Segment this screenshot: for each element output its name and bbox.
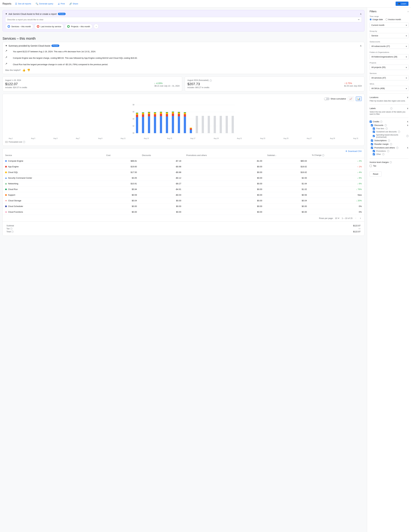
spending-based-item: Spending based discounts (contractual) ? bbox=[370, 133, 409, 139]
see-all-reports-button[interactable]: ☰ See all reports bbox=[13, 1, 33, 6]
subscriptions-checkbox[interactable] bbox=[371, 139, 373, 142]
other-help-icon[interactable]: ? bbox=[382, 153, 384, 155]
invoice-header: Invoice level charges ? bbox=[370, 160, 409, 164]
subtotal-cell: $0.00 bbox=[265, 209, 309, 215]
summary-card: ✦ Summary provided by Gemini Cloud Assis… bbox=[2, 42, 364, 74]
credits-section: Credits ? ∧ Discounts ? ∧ Free tiers ? S… bbox=[370, 120, 409, 156]
filters-collapse-button[interactable]: › bbox=[408, 10, 409, 13]
summary-collapse-button[interactable]: ∧ bbox=[360, 44, 362, 47]
subscriptions-help-icon[interactable]: ? bbox=[388, 139, 390, 142]
gcloud-services-icon bbox=[8, 25, 10, 28]
free-tiers-checkbox[interactable] bbox=[373, 127, 375, 130]
time-range-select[interactable]: Current month bbox=[370, 22, 409, 28]
svg-text:$2: $2 bbox=[133, 125, 135, 127]
table-row: Cloud Scheduler $0.00 $0.00 $0.00 $0.00 … bbox=[3, 203, 364, 209]
spending-based-help-icon[interactable]: ? bbox=[406, 135, 409, 137]
toggle-switch[interactable] bbox=[324, 97, 330, 100]
gemini-collapse-button[interactable]: ∧ bbox=[360, 12, 362, 15]
projects-group: Projects All projects (55) bbox=[370, 62, 409, 70]
promos-cell: $0.00 bbox=[184, 187, 265, 192]
quick-reports-next-button[interactable]: › bbox=[94, 24, 99, 29]
summary-header: ✦ Summary provided by Gemini Cloud Assis… bbox=[5, 44, 362, 47]
reset-button[interactable]: Reset bbox=[370, 171, 382, 177]
svg-rect-51 bbox=[184, 112, 186, 113]
subtotal-header[interactable]: Subtotal ↓ bbox=[265, 152, 309, 158]
usage-date-radio[interactable]: Usage date bbox=[370, 18, 383, 21]
tax-help-icon[interactable]: ? bbox=[10, 228, 12, 230]
labels-help-icon[interactable]: ? bbox=[390, 107, 392, 110]
quick-report-services[interactable]: Services – this month bbox=[5, 24, 33, 29]
group-by-wrap: Service bbox=[370, 33, 409, 38]
discounts-cell: $0.00 bbox=[140, 203, 184, 209]
free-tiers-help-icon[interactable]: ? bbox=[385, 127, 388, 130]
line-chart-button[interactable]: 📈 bbox=[348, 96, 354, 101]
show-cumulative-toggle[interactable]: Show cumulative bbox=[324, 97, 346, 100]
subaccounts-group: Subaccounts All subaccounts (27) bbox=[370, 41, 409, 49]
thumbs-down-button[interactable]: 👎 bbox=[27, 69, 30, 72]
quick-report-invoice[interactable]: Last invoice by service bbox=[35, 24, 64, 29]
prev-page-button[interactable]: ‹ bbox=[354, 216, 357, 220]
svg-rect-28 bbox=[154, 117, 156, 133]
group-by-select[interactable]: Service bbox=[370, 33, 409, 38]
pagination: Rows per page: 10 25 50 1 – 10 of 15 ‹ › bbox=[3, 215, 364, 221]
tax-filter-checkbox[interactable] bbox=[370, 165, 372, 167]
generate-query-button[interactable]: 🔍 Generate query bbox=[34, 1, 55, 6]
sustained-use-help-icon[interactable]: ? bbox=[398, 131, 400, 133]
bar-chart-button[interactable]: 📊 bbox=[356, 96, 362, 101]
labels-section: Labels ? ∨ Select the key and values of … bbox=[370, 106, 409, 115]
gemini-input[interactable] bbox=[7, 19, 358, 21]
promotions-others-item: Promotions and others ? ∧ bbox=[370, 146, 409, 150]
skus-select[interactable]: All SKUs (408) bbox=[370, 86, 409, 91]
credits-help-icon[interactable]: ? bbox=[380, 121, 382, 123]
reseller-margin-checkbox[interactable] bbox=[371, 143, 373, 145]
svg-point-1 bbox=[8, 26, 9, 27]
invoice-month-radio[interactable]: Invoice month bbox=[385, 18, 401, 21]
service-name-cell: Cloud Run bbox=[3, 187, 104, 192]
skus-group: SKUs All SKUs (408) bbox=[370, 83, 409, 91]
summary-gemini-icon: ✦ bbox=[5, 44, 7, 47]
discounts-checkbox[interactable] bbox=[371, 124, 373, 126]
rows-per-page-select[interactable]: 10 25 50 bbox=[334, 217, 340, 219]
promos-help-icon[interactable]: ? bbox=[396, 147, 398, 149]
credits-header[interactable]: Credits ? ∧ bbox=[370, 120, 409, 124]
promotions-others-checkbox[interactable] bbox=[371, 147, 373, 149]
invoice-charges-help-icon[interactable]: ? bbox=[390, 161, 392, 163]
services-select[interactable]: All services (47) bbox=[370, 75, 409, 80]
table-row: Cloud SQL $17.50 -$0.88 $0.00 $16.62 ↓ 4… bbox=[3, 170, 364, 175]
locations-header[interactable]: Locations ∨ bbox=[370, 95, 409, 99]
promos-cell: $0.00 bbox=[184, 181, 265, 187]
forecasted-legend-box bbox=[5, 141, 8, 143]
quick-report-projects[interactable]: Projects – this month bbox=[65, 24, 92, 29]
forecasted-help-icon[interactable]: ? bbox=[210, 79, 212, 82]
spending-based-checkbox[interactable] bbox=[373, 135, 375, 137]
change-help-icon[interactable]: ? bbox=[322, 154, 324, 156]
promos-cell: $0.00 bbox=[184, 164, 265, 170]
svg-rect-27 bbox=[148, 112, 150, 113]
discounts-help-icon[interactable]: ? bbox=[384, 124, 387, 126]
folders-select[interactable]: All folders/organizations (28) bbox=[370, 54, 409, 59]
credits-checkbox[interactable] bbox=[370, 121, 372, 123]
forecasted-legend-help[interactable]: ? bbox=[23, 141, 25, 143]
promotions-sub-help-icon[interactable]: ? bbox=[387, 150, 389, 152]
svg-rect-49 bbox=[184, 114, 186, 117]
print-button[interactable]: 🖨 Print bbox=[56, 1, 67, 6]
download-csv-button[interactable]: ⬇ Download CSV bbox=[346, 150, 362, 152]
table-row: Security Command Center $3.05 -$0.12 $0.… bbox=[3, 175, 364, 181]
labels-header[interactable]: Labels ? ∨ bbox=[370, 106, 409, 110]
next-page-button[interactable]: › bbox=[359, 216, 362, 220]
page-title: Services – this month bbox=[0, 34, 367, 42]
projects-select[interactable]: All projects (55) bbox=[370, 65, 409, 70]
up-arrow-icon: ↑ bbox=[344, 82, 346, 85]
thumbs-up-button[interactable]: 👍 bbox=[22, 69, 26, 72]
svg-text:$6: $6 bbox=[133, 111, 135, 113]
total-help-icon[interactable]: ? bbox=[11, 231, 14, 233]
learn-button[interactable]: 🎓 Learn bbox=[396, 1, 409, 6]
svg-rect-59 bbox=[220, 116, 222, 133]
promotions-checkbox[interactable] bbox=[373, 150, 375, 152]
sustained-use-checkbox[interactable] bbox=[373, 131, 375, 133]
trend-icon-1: ↗ bbox=[5, 49, 7, 52]
other-checkbox[interactable] bbox=[373, 153, 375, 155]
subaccounts-select[interactable]: All subaccounts (27) bbox=[370, 44, 409, 49]
share-button[interactable]: 🔗 Share bbox=[67, 1, 80, 6]
reseller-margin-help-icon[interactable]: ? bbox=[390, 143, 392, 145]
